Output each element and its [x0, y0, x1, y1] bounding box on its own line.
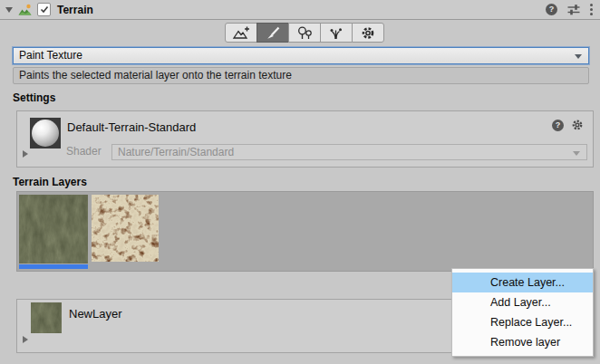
tool-paint-terrain[interactable]	[256, 23, 289, 43]
grass-details-icon	[327, 25, 345, 41]
terrain-tool-toolbar	[225, 23, 384, 43]
material-name: Default-Terrain-Standard	[67, 120, 196, 134]
terrain-layer-rock[interactable]	[92, 195, 159, 262]
terrain-component-icon	[18, 4, 33, 16]
tool-paint-details[interactable]	[320, 23, 353, 43]
terrain-layer-grass[interactable]	[19, 195, 88, 269]
menu-item-add-layer[interactable]: Add Layer...	[452, 292, 593, 312]
material-box: Default-Terrain-Standard ? Shader Nature…	[16, 110, 594, 168]
menu-item-replace-layer[interactable]: Replace Layer...	[452, 312, 593, 332]
tool-terrain-settings[interactable]	[352, 23, 384, 43]
shader-label: Shader	[66, 145, 102, 158]
tool-paint-trees[interactable]	[288, 23, 321, 43]
presets-icon[interactable]	[567, 4, 580, 15]
shader-dropdown-value: Nature/Terrain/Standard	[118, 146, 234, 158]
kebab-menu-icon[interactable]	[590, 4, 593, 15]
chevron-down-icon	[575, 54, 582, 59]
material-foldout-icon[interactable]	[23, 150, 28, 158]
mountain-plus-icon	[231, 25, 251, 41]
settings-section-label: Settings	[13, 91, 55, 104]
selected-layer-indicator	[19, 264, 88, 269]
trees-icon	[295, 25, 314, 41]
material-sphere-icon	[32, 120, 59, 147]
component-foldout-icon[interactable]	[5, 7, 13, 13]
checkbox-check-icon	[40, 5, 49, 14]
terrain-layers-section-label: Terrain Layers	[13, 176, 87, 188]
terrain-inspector-panel: Terrain ?	[0, 0, 600, 364]
chevron-down-icon	[573, 151, 580, 156]
menu-item-create-layer[interactable]: Create Layer...	[452, 273, 593, 292]
paintbrush-icon	[264, 25, 282, 41]
material-help-icon[interactable]: ?	[552, 120, 564, 131]
component-enabled-checkbox[interactable]	[37, 3, 51, 16]
tool-create-neighbor-terrains[interactable]	[225, 23, 257, 43]
layer-name: NewLayer	[69, 307, 122, 321]
paint-tool-dropdown[interactable]: Paint Texture	[13, 47, 589, 64]
tool-description-helpbox: Paints the selected material layer onto …	[13, 67, 589, 84]
tool-description-text: Paints the selected material layer onto …	[19, 69, 292, 81]
component-title: Terrain	[57, 4, 93, 16]
paint-tool-dropdown-value: Paint Texture	[19, 49, 82, 62]
material-gear-icon[interactable]	[571, 119, 584, 131]
layer-thumbnail[interactable]	[31, 302, 62, 337]
gear-icon	[359, 25, 377, 41]
component-header: Terrain ?	[0, 0, 600, 20]
shader-dropdown: Nature/Terrain/Standard	[111, 144, 587, 160]
help-icon[interactable]: ?	[546, 4, 557, 15]
layers-context-menu: Create Layer... Add Layer... Replace Lay…	[451, 268, 594, 357]
material-preview	[30, 118, 61, 148]
layer-foldout-icon[interactable]	[23, 336, 28, 343]
menu-item-remove-layer[interactable]: Remove layer	[452, 332, 593, 352]
terrain-layers-area[interactable]	[16, 191, 594, 272]
